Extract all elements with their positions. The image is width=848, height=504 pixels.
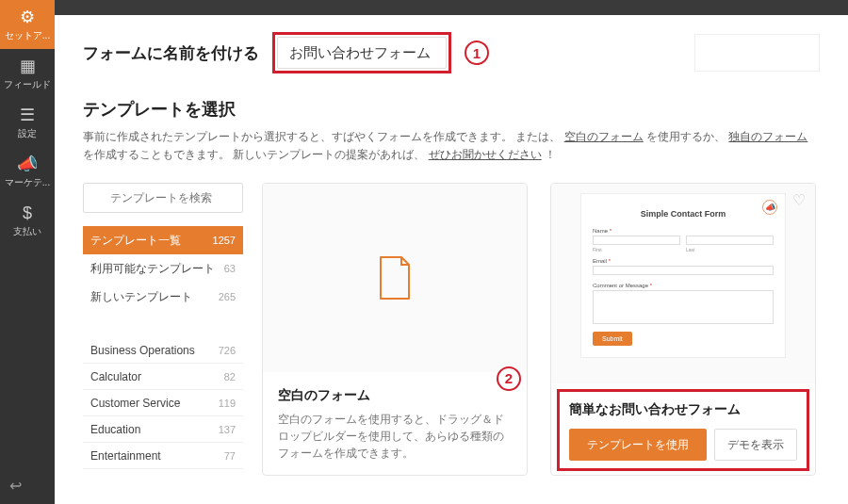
sidenav-item-fields[interactable]: ▦ フィールド (0, 49, 55, 98)
preview-email-label: Email * (593, 258, 774, 264)
desc-text: を作成することもできます。 新しいテンプレートの提案があれば、 (83, 148, 425, 161)
link-custom-form[interactable]: 独自のフォーム (728, 130, 807, 143)
category-label: Calculator (90, 370, 141, 383)
preview-title: Simple Contact Form (593, 209, 774, 219)
preview-submit-button: Submit (593, 332, 632, 346)
filter-label: テンプレート一覧 (90, 233, 181, 249)
category-label: Entertainment (90, 449, 161, 463)
favorite-icon[interactable]: ♡ (792, 191, 806, 209)
template-filters-column: テンプレート一覧 1257 利用可能なテンプレート 63 新しいテンプレート 2… (83, 183, 243, 476)
annotation-number-2: 2 (497, 366, 521, 391)
annotation-number-1: 1 (465, 41, 489, 65)
sidenav-item-setup[interactable]: ⚙ セットア... (0, 0, 55, 49)
main-panel: フォームに名前を付ける 1 テンプレートを選択 事前に作成されたテンプレートから… (55, 0, 848, 504)
template-filter-list: テンプレート一覧 1257 利用可能なテンプレート 63 新しいテンプレート 2… (83, 226, 243, 311)
form-name-input-extension[interactable] (694, 34, 820, 72)
document-icon (376, 255, 414, 301)
filter-count: 63 (224, 263, 236, 274)
category-count: 137 (219, 424, 236, 435)
category-item[interactable]: Education137 (83, 416, 243, 443)
use-template-button[interactable]: テンプレートを使用 (569, 429, 707, 461)
sidenav-label: マーケテ... (5, 176, 50, 189)
link-blank-form[interactable]: 空白のフォーム (564, 130, 644, 143)
filter-label: 新しいテンプレート (90, 289, 192, 305)
preview-last-caption: Last (686, 247, 774, 252)
card-title: 簡単なお問い合わせフォーム (569, 399, 797, 419)
template-category-list: Business Operations726 Calculator82 Cust… (83, 337, 243, 469)
window-topbar (55, 0, 848, 15)
fields-icon: ▦ (20, 56, 36, 76)
view-demo-button[interactable]: デモを表示 (714, 429, 797, 461)
template-search-input[interactable] (83, 183, 243, 213)
category-count: 77 (224, 450, 236, 462)
sidenav-label: セットア... (5, 29, 50, 42)
desc-text: ！ (545, 148, 556, 161)
form-name-input[interactable] (277, 37, 447, 69)
filter-label: 利用可能なテンプレート (90, 261, 215, 277)
category-item[interactable]: Calculator82 (83, 364, 243, 390)
undo-icon: ↩ (9, 478, 22, 494)
form-name-label: フォームに名前を付ける (83, 42, 259, 64)
category-item[interactable]: Business Operations726 (83, 337, 243, 364)
template-card-blank[interactable]: 2 空白のフォーム 空白のフォームを使用すると、ドラッグ＆ドロップビルダーを使用… (262, 183, 528, 476)
template-cards: 2 空白のフォーム 空白のフォームを使用すると、ドラッグ＆ドロップビルダーを使用… (262, 183, 820, 476)
preview-message-label: Comment or Message * (593, 283, 774, 288)
megaphone-icon: 📣 (762, 200, 777, 215)
preview-name-label: Name * (593, 228, 774, 234)
card-title: 空白のフォーム (278, 385, 512, 405)
sidenav-back-button[interactable]: ↩ (0, 467, 55, 504)
filter-all-templates[interactable]: テンプレート一覧 1257 (83, 226, 243, 254)
sidenav-item-settings[interactable]: ☰ 設定 (0, 98, 55, 147)
category-item[interactable]: Entertainment77 (83, 443, 243, 469)
sliders-icon: ☰ (20, 105, 35, 125)
filter-count: 265 (219, 291, 236, 302)
side-navigation: ⚙ セットア... ▦ フィールド ☰ 設定 📣 マーケテ... $ 支払い ↩ (0, 0, 55, 504)
sidenav-item-payment[interactable]: $ 支払い (0, 196, 55, 245)
template-preview: 📣 Simple Contact Form Name * First Last … (580, 193, 786, 358)
category-label: Education (90, 423, 140, 436)
dollar-icon: $ (23, 203, 32, 223)
category-label: Customer Service (90, 397, 180, 410)
annotation-box-2: 簡単なお問い合わせフォーム テンプレートを使用 デモを表示 (557, 389, 809, 471)
card-description: 空白のフォームを使用すると、ドラッグ＆ドロップビルダーを使用して、あらゆる種類の… (278, 411, 512, 462)
gear-icon: ⚙ (20, 7, 35, 27)
preview-first-caption: First (593, 247, 680, 252)
form-name-row: フォームに名前を付ける 1 (83, 32, 820, 73)
template-card-contact[interactable]: ♡ 📣 Simple Contact Form Name * First Las… (550, 183, 816, 476)
sidenav-item-marketing[interactable]: 📣 マーケテ... (0, 147, 55, 196)
filter-count: 1257 (213, 235, 236, 246)
category-label: Business Operations (90, 344, 195, 357)
category-item[interactable]: Customer Service119 (83, 390, 243, 416)
category-count: 82 (224, 371, 236, 382)
category-count: 119 (219, 398, 236, 409)
sidenav-label: 支払い (13, 225, 41, 238)
templates-description: 事前に作成されたテンプレートから選択すると、すばやくフォームを作成できます。 ま… (83, 128, 820, 164)
annotation-box-1 (272, 32, 451, 73)
sidenav-label: フィールド (4, 78, 51, 91)
templates-title: テンプレートを選択 (83, 98, 820, 121)
sidenav-label: 設定 (18, 127, 37, 140)
desc-text: を使用するか、 (646, 130, 726, 143)
category-count: 726 (219, 345, 236, 356)
filter-new-templates[interactable]: 新しいテンプレート 265 (83, 283, 243, 311)
link-suggest[interactable]: ぜひお聞かせください (429, 148, 542, 161)
desc-text: 事前に作成されたテンプレートから選択すると、すばやくフォームを作成できます。 ま… (83, 130, 561, 143)
megaphone-icon: 📣 (17, 154, 38, 174)
filter-available-templates[interactable]: 利用可能なテンプレート 63 (83, 254, 243, 283)
